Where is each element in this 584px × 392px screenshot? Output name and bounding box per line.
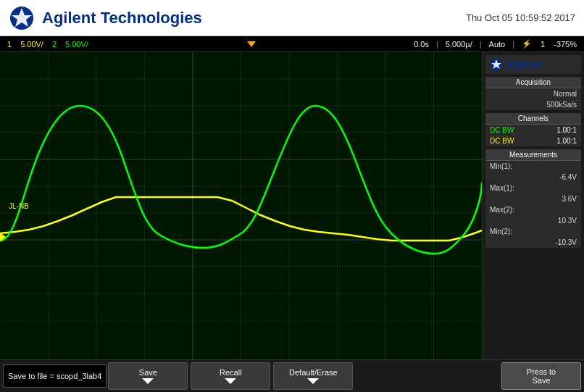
- time-scale: 5.000µ/: [441, 40, 477, 49]
- max2-label: Max(2):: [490, 206, 514, 214]
- measurements-section: Measurements Min(1): -6.4V Max(1): 3.6V …: [485, 149, 581, 248]
- save-button[interactable]: Save: [108, 362, 188, 390]
- ch2-scale: 5.00V/: [61, 40, 93, 49]
- save-button-label: Save: [139, 368, 157, 377]
- recall-button[interactable]: Recall: [191, 362, 270, 390]
- bottom-bar: Save to file = scopd_3lab4 Save Recall D…: [0, 359, 584, 392]
- ch2-indicator: 2: [48, 40, 61, 49]
- min2-row: Min(2):: [485, 226, 581, 237]
- header-logo: Agilent Technologies: [9, 5, 202, 31]
- panel-agilent-icon: [490, 58, 503, 71]
- ch1-ratio: 1.00:1: [556, 126, 577, 134]
- acquisition-header: Acquisition: [485, 77, 581, 88]
- panel-logo: Agilent: [485, 55, 581, 74]
- save-arrow-icon: [142, 378, 154, 384]
- trigger-icon: ⚡: [517, 39, 536, 49]
- header-title: Agilent Technologies: [42, 9, 202, 28]
- ch2-ratio: 1.00:1: [556, 137, 577, 145]
- toolbar-row: 1 5.00V/ 2 5.00V/ 0.0s | 5.000µ/ | Auto …: [0, 36, 584, 52]
- recall-button-label: Recall: [220, 368, 242, 377]
- channel-label: JL-NB: [9, 202, 29, 210]
- min1-value: -6.4V: [485, 172, 581, 183]
- default-erase-button[interactable]: Default/Erase: [273, 362, 353, 390]
- min1-row: Min(1):: [485, 161, 581, 172]
- press-to-save-button[interactable]: Press to Save: [501, 362, 581, 390]
- ch2-bw-label: DC BW: [490, 137, 514, 145]
- max1-value: 3.6V: [485, 193, 581, 204]
- max1-row: Max(1):: [485, 183, 581, 193]
- acquisition-section: Acquisition Normal 500kSa/s: [485, 77, 581, 110]
- header-timestamp: Thu Oct 05 10:59:52 2017: [466, 12, 575, 23]
- main-area: JL-NB Agilent Acquisition Normal 500kSa/…: [0, 52, 584, 359]
- trigger-mode: Auto: [485, 40, 510, 49]
- min2-value: -10.3V: [485, 237, 581, 248]
- trigger-level: -375%: [549, 40, 581, 49]
- default-erase-label: Default/Erase: [289, 368, 338, 377]
- save-label-area: Save to file = scopd_3lab4: [3, 364, 107, 388]
- press-to-save-line2: Save: [532, 376, 550, 385]
- save-to-file-label: Save to file =: [8, 372, 54, 380]
- measurements-header: Measurements: [485, 149, 581, 161]
- acquisition-rate: 500kSa/s: [485, 99, 581, 110]
- max1-label: Max(1):: [490, 184, 514, 192]
- save-filename: scopd_3lab4: [57, 372, 101, 380]
- max2-row: Max(2):: [485, 204, 581, 215]
- channels-header: Channels: [485, 113, 581, 125]
- max2-value: 10.3V: [485, 215, 581, 226]
- grid: [0, 52, 482, 359]
- default-erase-arrow-icon: [307, 378, 319, 384]
- header: Agilent Technologies Thu Oct 05 10:59:52…: [0, 0, 584, 36]
- channels-section: Channels DC BW 1.00:1 DC BW 1.00:1: [485, 113, 581, 146]
- ch1-row: DC BW 1.00:1: [485, 125, 581, 135]
- ch1-indicator: 1: [3, 40, 16, 49]
- time-position: 0.0s: [409, 40, 433, 49]
- trigger-ch: 1: [536, 40, 549, 49]
- acquisition-mode: Normal: [485, 88, 581, 99]
- panel-logo-text: Agilent: [507, 59, 541, 70]
- trigger-position-indicator: [247, 41, 256, 47]
- press-to-save-line1: Press to: [527, 367, 556, 376]
- agilent-logo-icon: [9, 5, 35, 31]
- ch1-bw-label: DC BW: [490, 126, 514, 134]
- right-panel: Agilent Acquisition Normal 500kSa/s Chan…: [483, 52, 584, 359]
- min1-label: Min(1):: [490, 162, 512, 170]
- scope-screen: JL-NB: [0, 52, 483, 359]
- ch1-scale: 5.00V/: [16, 40, 48, 49]
- ch2-row: DC BW 1.00:1: [485, 135, 581, 146]
- recall-arrow-icon: [225, 378, 236, 384]
- min2-label: Min(2):: [490, 228, 512, 235]
